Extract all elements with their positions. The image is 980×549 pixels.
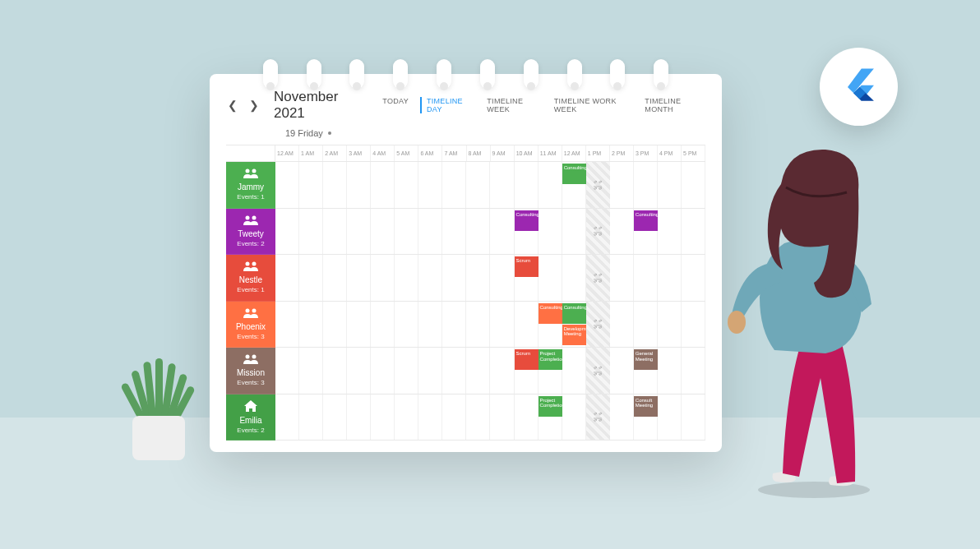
resource-event-count: Events: 1 <box>237 286 264 293</box>
calendar-event[interactable]: Consulting <box>539 303 562 324</box>
svg-point-5 <box>252 262 257 266</box>
calendar-event[interactable]: Scrum <box>515 256 539 277</box>
time-slot-header: 2 AM <box>323 145 347 161</box>
tab-timeline-week[interactable]: TIMELINE WEEK <box>487 97 543 113</box>
time-slot-header: 4 PM <box>658 145 682 161</box>
tab-timeline-work-week[interactable]: TIMELINE WORK WEEK <box>554 97 634 113</box>
resource-name: Tweety <box>238 229 264 238</box>
resource-event-count: Events: 3 <box>237 379 264 386</box>
time-slot-header: 3 PM <box>634 145 658 161</box>
resource-cell[interactable]: NestleEvents: 1 <box>226 255 275 302</box>
plant-illustration <box>119 353 197 460</box>
time-slot-header: 5 AM <box>395 145 418 161</box>
resource-cell[interactable]: PhoenixEvents: 3 <box>226 302 275 348</box>
timeline-rows: ConsultingConsultingConsultingScrumConsu… <box>275 162 705 441</box>
calendar-event[interactable]: Consulting <box>634 210 658 231</box>
svg-point-7 <box>252 308 257 312</box>
svg-point-4 <box>246 262 250 266</box>
tab-timeline-day[interactable]: TIMELINE DAY <box>420 97 475 113</box>
svg-point-0 <box>246 169 250 173</box>
resource-name: Nestle <box>239 275 262 284</box>
people-icon <box>243 215 258 228</box>
svg-point-8 <box>246 355 250 359</box>
resource-event-count: Events: 3 <box>237 333 264 340</box>
time-slot-header: 11 AM <box>539 145 562 161</box>
resource-column: JammyEvents: 1TweetyEvents: 2NestleEvent… <box>226 145 275 441</box>
blocked-slot <box>586 348 610 394</box>
calendar-event[interactable]: Project Completion <box>539 396 562 417</box>
calendar-event[interactable]: Consult Meeting <box>634 396 658 417</box>
calendar-event[interactable]: Project Completion <box>539 349 562 370</box>
time-slot-header: 12 AM <box>275 145 299 161</box>
time-slot-header: 5 PM <box>682 145 705 161</box>
svg-point-9 <box>252 355 257 359</box>
blocked-slot <box>586 255 610 301</box>
timeline-row[interactable]: Scrum <box>275 255 705 302</box>
calendar-event[interactable]: Consulting <box>515 210 539 231</box>
time-slot-header: 12 AM <box>562 145 586 161</box>
time-slot-header: 6 AM <box>418 145 442 161</box>
svg-point-11 <box>728 311 746 334</box>
flutter-logo-icon <box>836 64 882 110</box>
calendar-card: ❮ ❯ November 2021 TODAY TIMELINE DAY TIM… <box>210 74 722 452</box>
resource-cell[interactable]: JammyEvents: 1 <box>226 162 275 209</box>
next-arrow[interactable]: ❯ <box>247 99 261 112</box>
time-slot-header: 3 AM <box>347 145 371 161</box>
timeline-row[interactable]: ConsultingConsulting <box>275 209 705 256</box>
date-subheader: 19 Friday <box>210 128 722 143</box>
blocked-slot <box>586 394 610 441</box>
resource-name: Emilia <box>239 416 261 425</box>
timeline-row[interactable]: Project CompletionConsult Meeting <box>275 394 705 441</box>
blocked-slot <box>586 302 610 348</box>
calendar-event[interactable]: Consulting <box>562 303 586 324</box>
svg-point-10 <box>758 482 870 498</box>
resource-event-count: Events: 1 <box>237 193 264 201</box>
svg-point-3 <box>252 215 257 219</box>
svg-point-1 <box>252 169 257 173</box>
view-tabs: TODAY TIMELINE DAY TIMELINE WEEK TIMELIN… <box>382 97 705 113</box>
current-date: 19 Friday <box>285 128 323 138</box>
time-ruler: 12 AM1 AM2 AM3 AM4 AM5 AM6 AM7 AM8 AM9 A… <box>275 145 705 162</box>
time-slot-header: 4 AM <box>371 145 395 161</box>
month-title: November 2021 <box>274 89 366 122</box>
time-slot-header: 10 AM <box>515 145 539 161</box>
people-icon <box>243 168 258 181</box>
time-slot-header: 7 AM <box>442 145 466 161</box>
time-slot-header: 1 PM <box>586 145 610 161</box>
calendar-event[interactable]: Scrum <box>515 349 539 370</box>
timeline-row[interactable]: ScrumProject CompletionGeneral Meeting <box>275 348 705 394</box>
tab-timeline-month[interactable]: TIMELINE MONTH <box>645 97 705 113</box>
time-slot-header: 1 AM <box>299 145 323 161</box>
time-slot-header: 9 AM <box>491 145 515 161</box>
tab-today[interactable]: TODAY <box>382 97 409 113</box>
people-icon <box>243 261 258 274</box>
blocked-slot <box>586 162 610 208</box>
calendar-event[interactable]: Consulting <box>562 164 586 184</box>
resource-event-count: Events: 2 <box>237 240 264 247</box>
character-illustration <box>725 130 898 500</box>
timeline-grid: JammyEvents: 1TweetyEvents: 2NestleEvent… <box>226 145 705 441</box>
prev-arrow[interactable]: ❮ <box>226 99 239 112</box>
resource-cell[interactable]: EmiliaEvents: 2 <box>226 394 275 441</box>
home-icon <box>244 400 257 414</box>
time-slot-header: 2 PM <box>610 145 634 161</box>
resource-cell[interactable]: TweetyEvents: 2 <box>226 209 275 256</box>
time-slot-header: 8 AM <box>467 145 491 161</box>
svg-point-6 <box>246 308 250 312</box>
resource-name: Jammy <box>238 182 264 191</box>
flutter-logo-badge <box>820 48 898 126</box>
resource-event-count: Events: 2 <box>237 427 264 434</box>
resource-cell[interactable]: MissionEvents: 3 <box>226 348 275 394</box>
calendar-event[interactable]: General Meeting <box>634 349 658 370</box>
calendar-event[interactable]: Development Meeting <box>562 325 586 345</box>
people-icon <box>243 354 258 367</box>
resource-name: Mission <box>237 368 265 377</box>
people-icon <box>243 308 258 321</box>
timeline-row[interactable]: ConsultingConsultingDevelopment Meeting <box>275 302 705 348</box>
svg-point-2 <box>246 215 250 219</box>
resource-name: Phoenix <box>236 322 266 331</box>
spiral-binding <box>210 59 722 89</box>
blocked-slot <box>586 209 610 255</box>
timeline-row[interactable]: Consulting <box>275 162 705 209</box>
